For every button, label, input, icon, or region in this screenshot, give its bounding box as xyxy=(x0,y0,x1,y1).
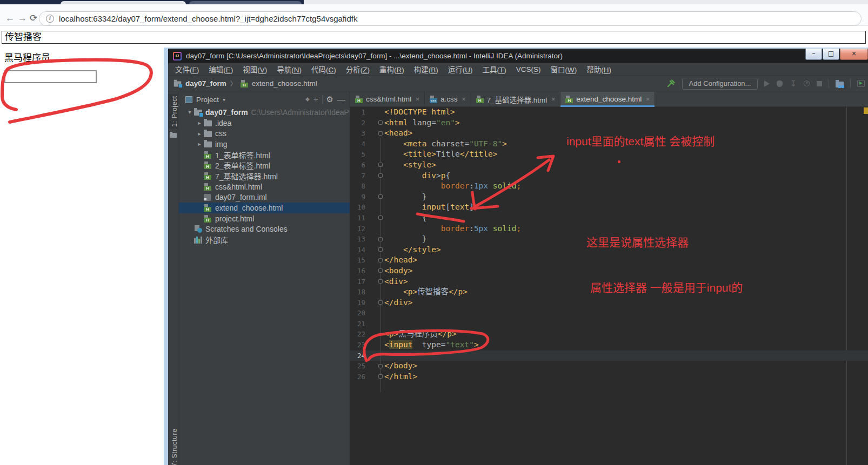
ide-titlebar[interactable]: day07_form [C:\Users\Administrator\IdeaP… xyxy=(168,49,868,63)
locate-icon[interactable]: ⌖ xyxy=(305,95,310,104)
fold-marker-icon[interactable] xyxy=(378,364,383,368)
fold-marker-icon[interactable] xyxy=(378,173,383,178)
menu-item-分析[interactable]: 分析(Z) xyxy=(341,64,375,75)
fold-marker-icon[interactable] xyxy=(378,237,383,241)
menu-item-导航[interactable]: 导航(N) xyxy=(272,64,306,75)
html-file-icon xyxy=(565,96,573,103)
tree-item-外部库[interactable]: 外部库 xyxy=(179,234,350,245)
tree-item-2_表单标签.html[interactable]: 2_表单标签.html xyxy=(179,160,350,171)
build-hammer-icon[interactable] xyxy=(666,79,676,88)
tree-item-Scratches and Consoles[interactable]: Scratches and Consoles xyxy=(179,224,350,235)
fold-marker-icon[interactable] xyxy=(378,215,383,220)
tree-item-.idea[interactable]: ▸.idea xyxy=(179,118,350,129)
tree-item-7_基础选择器.html[interactable]: 7_基础选择器.html xyxy=(179,171,350,181)
fold-marker-icon[interactable] xyxy=(378,131,383,136)
line-number: 24 xyxy=(350,351,365,361)
menu-item-VCS[interactable]: VCS(S) xyxy=(511,65,546,73)
fold-marker-icon[interactable] xyxy=(378,374,383,379)
tree-expand-arrow[interactable]: ▸ xyxy=(195,131,204,137)
fold-marker-icon[interactable] xyxy=(378,300,383,305)
page-text-input[interactable] xyxy=(4,70,97,83)
tree-item-day07_form.iml[interactable]: day07_form.iml xyxy=(179,192,350,203)
menu-item-帮助[interactable]: 帮助(H) xyxy=(582,64,616,75)
code-line-12: 12 border:5px solid; xyxy=(350,224,868,234)
collapse-all-icon[interactable]: ÷ xyxy=(313,95,318,104)
tree-item-label: .idea xyxy=(215,119,231,127)
maximize-button[interactable]: □ xyxy=(823,49,839,60)
fold-marker-icon[interactable] xyxy=(378,120,383,125)
editor-tab-extend_choose.html[interactable]: extend_choose.html× xyxy=(560,92,655,106)
fold-marker-icon[interactable] xyxy=(378,268,383,273)
close-tab-icon[interactable]: × xyxy=(551,96,555,103)
editor-tab-a.css[interactable]: a.css× xyxy=(425,92,471,106)
close-tab-icon[interactable]: × xyxy=(416,96,419,103)
fold-marker-icon[interactable] xyxy=(378,194,383,199)
menu-item-文件[interactable]: 文件(F) xyxy=(170,64,204,75)
breadcrumb-project[interactable]: day07_form xyxy=(185,79,226,87)
profile-icon[interactable] xyxy=(804,80,810,86)
tree-item-day07_form[interactable]: ▾day07_form C:\Users\Administrator\IdeaP… xyxy=(179,107,350,118)
line-number: 17 xyxy=(350,277,365,287)
event-log-icon[interactable] xyxy=(857,80,865,87)
tree-item-label: extend_choose.html xyxy=(215,204,283,212)
menu-item-代码[interactable]: 代码(C) xyxy=(306,64,341,75)
tool-stripe-project[interactable]: 1: Project xyxy=(168,94,178,129)
menu-item-工具[interactable]: 工具(T) xyxy=(478,64,511,75)
code-line-9: 9 } xyxy=(350,192,868,203)
menu-item-重构[interactable]: 重构(R) xyxy=(375,64,409,75)
gutter xyxy=(365,372,384,382)
chevron-down-icon[interactable]: ▾ xyxy=(223,97,225,103)
tree-expand-arrow[interactable]: ▸ xyxy=(195,141,204,147)
reload-icon[interactable]: ⟳ xyxy=(30,14,37,23)
editor-tabbar: css&html.html×a.css×7_基础选择器.html×extend_… xyxy=(350,92,868,107)
folder-icon xyxy=(204,141,212,147)
editor-tab-7_基础选择器.html[interactable]: 7_基础选择器.html× xyxy=(471,92,561,106)
tree-item-img[interactable]: ▸img xyxy=(179,139,350,150)
tree-item-extend_choose.html[interactable]: extend_choose.html xyxy=(179,203,350,213)
tree-expand-arrow[interactable]: ▾ xyxy=(185,109,194,115)
close-button[interactable]: × xyxy=(840,49,868,60)
debug-icon[interactable] xyxy=(777,80,783,87)
coverage-icon[interactable]: ↧ xyxy=(790,79,797,87)
fold-marker-icon[interactable] xyxy=(378,279,383,284)
code-line-15: 15</head> xyxy=(350,255,868,266)
tree-item-1_表单标签.html[interactable]: 1_表单标签.html xyxy=(179,150,350,160)
close-tab-icon[interactable]: × xyxy=(646,96,650,103)
run-icon[interactable] xyxy=(764,80,770,87)
breadcrumb-file[interactable]: extend_choose.html xyxy=(252,79,317,87)
tree-item-project.html[interactable]: project.html xyxy=(179,213,350,224)
ide-main: 1: Project 7: Structure Project ▾ ⌖ ÷ ⚙ … xyxy=(168,92,868,465)
project-structure-icon[interactable] xyxy=(836,82,844,87)
tree-expand-arrow[interactable]: ▸ xyxy=(195,120,204,126)
fold-marker-icon[interactable] xyxy=(378,163,383,167)
menu-item-编辑[interactable]: 编辑(E) xyxy=(204,64,238,75)
menu-item-运行[interactable]: 运行(U) xyxy=(443,64,478,75)
forward-icon[interactable]: → xyxy=(18,14,27,23)
hide-panel-icon[interactable]: — xyxy=(337,95,345,104)
gutter xyxy=(365,277,384,287)
tree-item-css&html.html[interactable]: css&html.html xyxy=(179,181,350,192)
fold-marker-icon[interactable] xyxy=(378,247,383,252)
ide-menubar: 文件(F)编辑(E)视图(V)导航(N)代码(C)分析(Z)重构(R)构建(B)… xyxy=(168,63,868,76)
line-number: 2 xyxy=(350,118,365,129)
folder-icon xyxy=(204,131,212,137)
url-bar[interactable]: i localhost:63342/day07_form/extend_choo… xyxy=(39,11,862,26)
tool-stripe-structure[interactable]: 7: Structure xyxy=(168,423,178,465)
url-text[interactable]: localhost:63342/day07_form/extend_choose… xyxy=(59,14,357,23)
stop-icon[interactable] xyxy=(817,81,822,86)
menu-item-窗口[interactable]: 窗口(W) xyxy=(546,64,582,75)
run-icons: ↧ xyxy=(764,79,822,87)
fold-marker-icon[interactable] xyxy=(378,258,383,262)
gear-icon[interactable]: ⚙ xyxy=(326,95,333,104)
minimize-button[interactable]: – xyxy=(805,49,822,60)
tree-item-css[interactable]: ▸css xyxy=(179,128,350,139)
page-info-icon[interactable]: i xyxy=(46,15,54,23)
back-icon[interactable]: ← xyxy=(5,14,15,23)
project-panel-title[interactable]: Project xyxy=(196,96,219,104)
close-tab-icon[interactable]: × xyxy=(462,96,466,103)
add-configuration-button[interactable]: Add Configuration... xyxy=(682,78,758,90)
tree-item-label: css&html.html xyxy=(215,183,262,191)
menu-item-构建[interactable]: 构建(B) xyxy=(409,64,443,75)
menu-item-视图[interactable]: 视图(V) xyxy=(238,64,272,75)
editor-tab-css&html.html[interactable]: css&html.html× xyxy=(350,92,425,106)
